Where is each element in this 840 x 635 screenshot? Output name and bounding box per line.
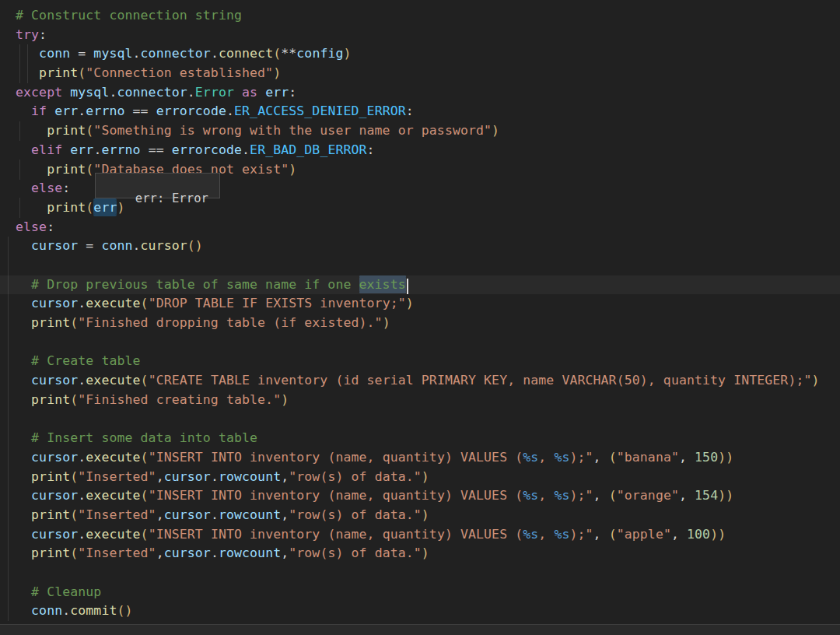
code-token: # Cleanup (31, 584, 101, 599)
code-line-current[interactable]: # Drop previous table of same name if on… (0, 275, 840, 295)
code-token: cursor (141, 238, 187, 253)
code-line[interactable]: conn.commit() (0, 602, 840, 621)
code-line[interactable]: cursor.execute("INSERT INTO inventory (n… (0, 525, 840, 545)
code-line[interactable] (0, 256, 840, 275)
code-token: conn (31, 603, 62, 618)
code-token: # Insert some data into table (31, 430, 257, 445)
code-line[interactable]: cursor.execute("CREATE TABLE inventory (… (0, 371, 840, 391)
code-token (16, 392, 31, 407)
code-line[interactable]: # Insert some data into table (0, 429, 840, 448)
code-token: else (16, 219, 47, 234)
code-line[interactable]: cursor.execute("DROP TABLE IF EXISTS inv… (0, 294, 840, 314)
code-token: ) (289, 162, 296, 177)
panel-divider (0, 624, 840, 635)
code-lines: # Construct connection stringtry: conn =… (0, 6, 840, 621)
code-token: ( (141, 527, 149, 542)
code-token: : (39, 27, 47, 42)
code-line[interactable]: elif err.errno == errorcode.ER_BAD_DB_ER… (0, 141, 840, 160)
code-token: ( (86, 200, 93, 215)
selection-highlight: exists (359, 277, 406, 292)
code-token: "CREATE TABLE inventory (id serial PRIMA… (149, 373, 812, 388)
code-token: mysql (93, 46, 132, 61)
code-line[interactable]: cursor.execute("INSERT INTO inventory (n… (0, 486, 840, 506)
code-line[interactable]: except mysql.connector.Error as err: (0, 83, 840, 103)
code-token: # Drop previous table of same name if on… (31, 277, 359, 292)
code-line[interactable]: # Cleanup (0, 583, 840, 602)
code-token: "Finished dropping table (if existed)." (78, 315, 382, 330)
code-token: errorcode (156, 103, 226, 118)
code-token (16, 142, 31, 157)
code-line[interactable]: print("Something is wrong with the user … (0, 121, 840, 141)
code-token: print (31, 507, 70, 522)
code-token: . (211, 546, 219, 560)
code-token: . (133, 46, 141, 61)
code-line[interactable] (0, 333, 840, 353)
code-token: rowcount (219, 507, 281, 522)
code-token: ( (609, 488, 617, 503)
code-token: . (93, 142, 101, 157)
code-token (16, 277, 31, 292)
code-line[interactable]: cursor.execute("INSERT INTO inventory (n… (0, 448, 840, 468)
code-token: # Construct connection string (16, 8, 242, 23)
code-line[interactable]: conn = mysql.connector.connect(**config) (0, 44, 840, 64)
code-token: ( (70, 546, 78, 560)
code-token: . (109, 85, 117, 100)
code-token: ER_BAD_DB_ERROR (250, 142, 367, 157)
code-token: . (78, 488, 86, 503)
code-token: , (538, 450, 554, 465)
code-token: : (289, 85, 296, 100)
code-token: )) (718, 450, 733, 465)
code-token: err (265, 85, 289, 100)
code-line[interactable]: # Construct connection string (0, 6, 840, 26)
code-token: == (125, 103, 156, 118)
code-token: ) (422, 469, 429, 484)
code-token: . (187, 85, 195, 100)
code-token: )) (718, 488, 733, 503)
code-token: print (31, 392, 70, 407)
code-token: print (47, 162, 86, 177)
code-token (62, 142, 70, 157)
code-token: cursor (164, 546, 211, 560)
indent-guide (19, 160, 20, 180)
code-line[interactable]: # Create table (0, 352, 840, 371)
code-token (16, 181, 31, 195)
code-token: if (31, 103, 47, 118)
code-token: . (78, 373, 86, 388)
code-line[interactable]: print("Finished creating table.") (0, 391, 840, 410)
code-token: "Inserted" (78, 546, 156, 560)
code-token: print (47, 123, 86, 138)
code-token: );" (569, 527, 593, 542)
code-line[interactable]: print("Connection established") (0, 64, 840, 83)
indent-guide (19, 121, 20, 141)
code-token: "apple" (617, 527, 671, 542)
code-line[interactable]: print("Finished dropping table (if exist… (0, 314, 840, 333)
code-token: execute (86, 450, 140, 465)
code-token: , (281, 507, 289, 522)
code-editor[interactable]: # Construct connection stringtry: conn =… (0, 0, 840, 635)
code-token: config (296, 46, 343, 61)
code-token: . (62, 603, 70, 618)
code-token: ( (141, 488, 149, 503)
code-line[interactable]: cursor = conn.cursor() (0, 237, 840, 256)
code-token: );" (569, 488, 593, 503)
code-line[interactable]: else: (0, 218, 840, 237)
code-token: ( (141, 373, 149, 388)
code-token: , (281, 546, 289, 560)
code-token: . (78, 527, 86, 542)
code-token: execute (86, 373, 140, 388)
code-line[interactable]: if err.errno == errorcode.ER_ACCESS_DENI… (0, 102, 840, 121)
code-line[interactable]: try: (0, 26, 840, 45)
code-token: == (141, 142, 172, 157)
code-line[interactable]: print("Inserted",cursor.rowcount,"row(s)… (0, 468, 840, 487)
code-line[interactable] (0, 409, 840, 429)
code-token: "Inserted" (78, 507, 156, 522)
code-line[interactable]: print("Inserted",cursor.rowcount,"row(s)… (0, 544, 840, 563)
code-token: errno (101, 142, 140, 157)
code-token: , (281, 469, 289, 484)
code-token: . (78, 450, 86, 465)
code-token: , (156, 546, 164, 560)
code-line[interactable]: print("Inserted",cursor.rowcount,"row(s)… (0, 506, 840, 525)
code-token: "Connection established" (86, 65, 273, 80)
code-line[interactable] (0, 563, 840, 583)
code-token (16, 123, 47, 138)
